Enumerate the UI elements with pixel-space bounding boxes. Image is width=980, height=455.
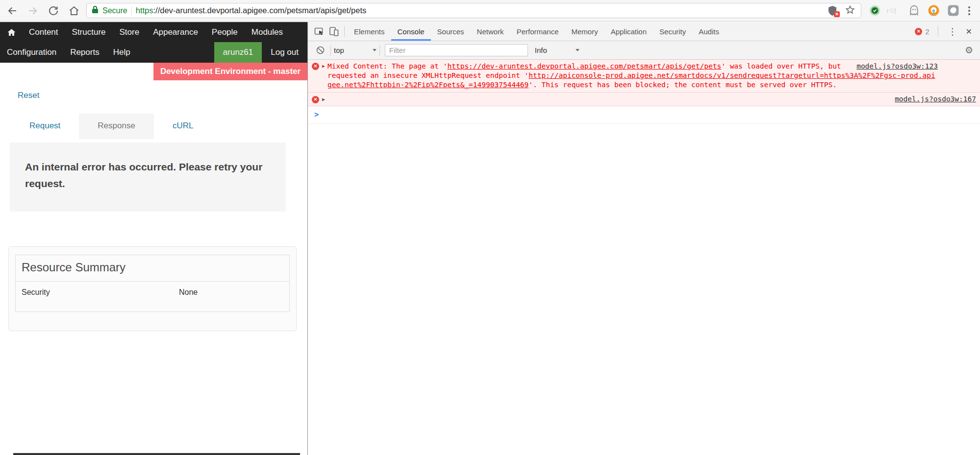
clipped-bottom-element [13, 453, 300, 455]
home-icon[interactable] [68, 4, 80, 17]
error-text: Mixed Content: The page at ' [327, 62, 447, 70]
error-text: '. This request has been blocked; the co… [528, 81, 837, 89]
admin-toolbar: Content Structure Store Appearance Peopl… [0, 22, 307, 63]
admin-home-icon[interactable] [0, 22, 22, 42]
console-error-row-2: ✕ ▶ model.js?osdo3w:167 [308, 93, 980, 106]
gray-square-extension-icon[interactable] [947, 4, 959, 17]
chrome-menu-icon[interactable] [964, 4, 974, 17]
source-link[interactable]: model.js?osdo3w:167 [895, 95, 976, 103]
response-error-message: An internal error has occurred. Please r… [25, 161, 262, 189]
url-scheme: https [136, 6, 153, 15]
url-rest: ://dev-aruntest.devportal.apigee.com/pet… [153, 6, 366, 15]
tab-response[interactable]: Response [79, 114, 154, 139]
url-separator [131, 6, 132, 15]
devtools-panel: Elements Console Sources Network Perform… [307, 22, 980, 455]
console-prompt[interactable]: > [308, 106, 980, 124]
chevron-down-icon [373, 49, 377, 51]
toolbar-divider [938, 26, 938, 37]
console-toolbar: top Info ⚙ [308, 41, 980, 60]
portal-page: Content Structure Store Appearance Peopl… [0, 22, 307, 455]
extension-icons: r✩⎸ [868, 4, 959, 17]
nav-buttons [6, 4, 80, 17]
devtools-tab-sources[interactable]: Sources [431, 22, 471, 41]
bookmark-star-icon[interactable] [844, 4, 856, 18]
admin-item-help[interactable]: Help [106, 42, 137, 63]
devtools-tab-application[interactable]: Application [604, 22, 653, 41]
resource-summary-title: Resource Summary [16, 255, 289, 282]
url-text[interactable]: https://dev-aruntest.devportal.apigee.co… [136, 6, 367, 15]
response-error-box: An internal error has occurred. Please r… [10, 143, 286, 212]
green-check-extension-icon[interactable] [868, 4, 881, 17]
error-count: 2 [925, 27, 929, 36]
orange-vpn-extension-icon[interactable] [927, 4, 940, 17]
secure-label: Secure [102, 6, 127, 15]
username-button[interactable]: arunz61 [214, 42, 262, 63]
page-url-link[interactable]: https://dev-aruntest.devportal.apigee.co… [447, 62, 721, 70]
inspect-element-icon[interactable] [312, 22, 327, 41]
omnibox-right-icons: ✕ [828, 4, 856, 18]
tab-request[interactable]: Request [11, 114, 79, 139]
security-label: Security [22, 288, 179, 297]
console-filter-input[interactable] [385, 44, 528, 56]
execution-context-select[interactable]: top [334, 46, 377, 54]
reset-link[interactable]: Reset [18, 91, 39, 100]
execution-context-value: top [334, 46, 344, 54]
source-link[interactable]: model.js?osdo3w:123 [856, 62, 938, 71]
admin-item-store[interactable]: Store [113, 22, 147, 42]
devtools-menu-icon[interactable]: ⋮ [947, 26, 959, 37]
reload-icon[interactable] [47, 4, 60, 17]
address-bar[interactable]: Secure https://dev-aruntest.devportal.ap… [86, 3, 861, 18]
logout-button[interactable]: Log out [262, 42, 307, 63]
browser-toolbar: Secure https://dev-aruntest.devportal.ap… [0, 0, 980, 22]
toolbar-divider [379, 45, 380, 56]
settings-gear-icon[interactable]: ⚙ [965, 45, 975, 56]
log-level-select[interactable]: Info [535, 46, 579, 54]
prompt-chevron-icon: > [314, 110, 319, 119]
back-icon[interactable] [6, 4, 19, 17]
resource-summary-panel: Resource Summary Security None [8, 246, 297, 331]
clear-console-icon[interactable] [313, 46, 327, 55]
forward-icon[interactable] [26, 4, 39, 17]
devtools-tab-audits[interactable]: Audits [692, 22, 726, 41]
ghost-extension-icon[interactable] [907, 4, 920, 17]
expand-triangle-icon[interactable]: ▶ [322, 96, 325, 102]
admin-item-appearance[interactable]: Appearance [146, 22, 205, 42]
blocked-content-shield-icon[interactable]: ✕ [828, 5, 838, 17]
expand-triangle-icon[interactable]: ▶ [322, 63, 325, 69]
lock-icon [92, 5, 99, 16]
console-error-row-1: ✕ ▶ model.js?osdo3w:123Mixed Content: Th… [308, 60, 980, 93]
devtools-close-icon[interactable]: ✕ [964, 27, 974, 36]
admin-item-modules[interactable]: Modules [245, 22, 290, 42]
admin-toolbar-row1: Content Structure Store Appearance Peopl… [0, 22, 307, 42]
toolbar-divider [330, 45, 331, 56]
tab-curl[interactable]: cURL [154, 114, 212, 139]
table-row: Security None [16, 282, 289, 311]
toolbar-divider [344, 26, 345, 37]
security-value: None [179, 288, 198, 297]
disabled-extension-icon[interactable]: r✩⎸ [888, 4, 901, 17]
admin-item-people[interactable]: People [205, 22, 245, 42]
admin-item-content[interactable]: Content [22, 22, 65, 42]
device-toolbar-icon[interactable] [327, 22, 341, 41]
devtools-tab-network[interactable]: Network [471, 22, 510, 41]
admin-item-configuration[interactable]: Configuration [0, 42, 63, 63]
devtools-tab-security[interactable]: Security [653, 22, 692, 41]
blocked-x-badge: ✕ [834, 11, 840, 17]
request-response-tabs: Request Response cURL [11, 114, 307, 139]
environment-banner: Development Environment - master [153, 63, 307, 80]
browser-window: Secure https://dev-aruntest.devportal.ap… [0, 0, 980, 455]
resource-summary-table: Resource Summary Security None [15, 255, 290, 312]
mixed-content-error-message: model.js?osdo3w:123Mixed Content: The pa… [327, 62, 938, 90]
admin-toolbar-row2: Configuration Reports Help arunz61 Log o… [0, 42, 307, 63]
devtools-tabbar-right: ✕ 2 ⋮ ✕ [915, 22, 980, 41]
error-count-badge[interactable]: ✕ 2 [915, 27, 929, 36]
devtools-tab-elements[interactable]: Elements [348, 22, 391, 41]
log-level-value: Info [535, 46, 547, 54]
devtools-tab-console[interactable]: Console [391, 22, 431, 41]
admin-item-reports[interactable]: Reports [63, 42, 106, 63]
environment-banner-label: Development Environment - master [160, 67, 301, 76]
admin-item-structure[interactable]: Structure [65, 22, 113, 42]
devtools-tab-performance[interactable]: Performance [510, 22, 565, 41]
devtools-tab-memory[interactable]: Memory [565, 22, 604, 41]
console-messages: ✕ ▶ model.js?osdo3w:123Mixed Content: Th… [308, 60, 980, 455]
